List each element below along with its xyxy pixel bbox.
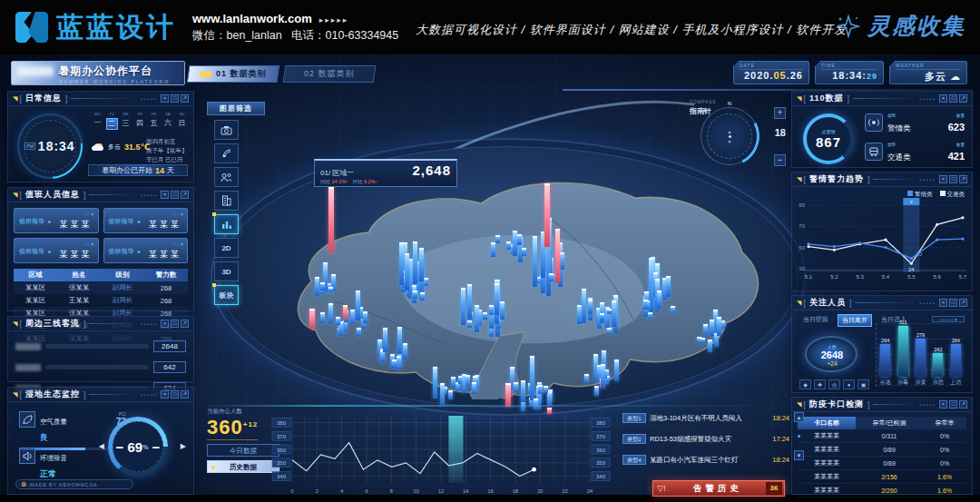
layer-button-users-icon[interactable] xyxy=(214,167,239,187)
window-control-icon[interactable]: □ xyxy=(171,94,179,103)
brand-logo[interactable]: 蓝蓝设计 xyxy=(15,9,176,46)
city-map[interactable] xyxy=(225,165,795,399)
window-control-icon[interactable]: ↗ xyxy=(181,191,189,199)
map-data-bar xyxy=(506,241,511,250)
history-data-button[interactable]: 历史数据 xyxy=(207,460,279,473)
eye-icon[interactable]: ▣ xyxy=(858,379,869,389)
duty-leader-card[interactable]: 值班领导 ▸⋯ × 某某某 xyxy=(14,208,99,233)
window-control-icon[interactable]: □ xyxy=(949,299,957,307)
window-control-icon[interactable]: □ xyxy=(949,94,957,103)
scroll-down-button[interactable]: ▼ xyxy=(794,450,804,460)
tool-icon[interactable]: ✚ xyxy=(814,379,826,389)
checkpoint-row[interactable]: 某某某某 0/89 0% xyxy=(798,457,966,470)
duty-leader-card[interactable]: 值班领导 ▸⋯ × 某某某 xyxy=(14,238,99,263)
layer-button-2D[interactable]: 2D xyxy=(214,238,239,258)
today-data-button[interactable]: 今日数据 xyxy=(207,444,279,457)
layer-button-板块[interactable]: 板块 xyxy=(214,285,239,305)
map-data-bar xyxy=(433,367,437,399)
window-control-icon[interactable]: □ xyxy=(949,400,957,408)
window-control-icon[interactable]: × xyxy=(161,94,169,103)
map-data-bar xyxy=(584,374,589,383)
bar-filter-dropdown[interactable]: ——— ▾ xyxy=(932,316,965,322)
layer-button-signal-icon[interactable] xyxy=(214,143,239,163)
window-control-icon[interactable]: × xyxy=(939,299,947,307)
window-controls[interactable]: ×□↗ xyxy=(161,320,189,328)
compass-widget: COMPASS 指南针 N ▲▼ + 18 − xyxy=(684,100,786,178)
window-control-icon[interactable]: ↗ xyxy=(181,390,189,399)
window-control-icon[interactable]: × xyxy=(161,390,169,399)
window-controls[interactable]: ×□↗ xyxy=(161,191,189,199)
tab-data-category-1[interactable]: 01 数据类别 xyxy=(187,65,280,83)
window-control-icon[interactable]: ↗ xyxy=(959,299,967,307)
inspiration-collect[interactable]: 灵感收集 xyxy=(837,11,965,41)
zoom-in-button[interactable]: + xyxy=(774,107,786,119)
car-icon[interactable]: ◆ xyxy=(799,379,811,389)
window-controls[interactable]: ×□↗ xyxy=(939,400,967,408)
alert-history-banner[interactable]: ▽! 告警历史 36 xyxy=(652,480,785,497)
compass-dial[interactable]: N ▲▼ xyxy=(701,107,759,165)
checkpoint-row[interactable]: 某某某某 2/260 1.6% xyxy=(798,484,966,497)
window-control-icon[interactable]: × xyxy=(939,94,947,103)
window-control-icon[interactable]: ↗ xyxy=(959,175,967,183)
alert-row[interactable]: 类型4 某路口有小汽车连闯三个红灯 18:24 xyxy=(622,452,789,468)
svg-text:5.2: 5.2 xyxy=(830,274,838,280)
duty-leader-card[interactable]: 值班领导 ▸⋯ × 某某某 xyxy=(103,238,189,263)
tooltip-region: 01/ 区域一 xyxy=(320,168,354,178)
platform-title-plate: 暑期办公协作平台 SUMMER WORKING PLATFORM xyxy=(11,61,185,85)
duty-leader-card[interactable]: 值班领导 ▸⋯ × 某某某 xyxy=(103,208,189,233)
website-link[interactable]: www.lanlanwork.com xyxy=(192,12,312,25)
window-control-icon[interactable]: □ xyxy=(171,191,179,199)
layer-button-barchart-icon[interactable] xyxy=(214,214,239,234)
tab-data-category-2[interactable]: 02 数据类别 xyxy=(283,65,377,83)
alert-row[interactable]: 类型1 湿地3-104片区有不明人员闯入 18:24 xyxy=(622,410,789,426)
target-icon[interactable]: ◎ xyxy=(828,379,840,389)
window-control-icon[interactable]: □ xyxy=(171,390,179,399)
checkpoint-row[interactable]: 某某某某 0/89 0% xyxy=(798,443,966,457)
focus-tab[interactable]: 当日驻留 xyxy=(799,314,832,327)
duty-table-row[interactable]: 某某区王某某副局长268 xyxy=(14,294,188,307)
focus-category-icons[interactable]: ◆ ✚ ◎ ● ▣ xyxy=(799,379,869,389)
map-data-bar xyxy=(612,300,616,327)
scroll-indicator xyxy=(798,435,800,438)
layer-button-3D[interactable]: 3D xyxy=(214,261,239,281)
alert-scroll-controls[interactable]: ▲ ▼ xyxy=(794,412,804,460)
window-controls[interactable]: ×□↗ xyxy=(161,94,189,103)
window-controls[interactable]: ×□↗ xyxy=(939,299,967,307)
layer-button-camera-icon[interactable] xyxy=(214,120,239,140)
focus-bar: 264 在逃 xyxy=(878,338,893,387)
window-controls[interactable]: ×□↗ xyxy=(161,390,189,399)
window-control-icon[interactable]: ↗ xyxy=(959,94,967,103)
gauge-left-arrow[interactable]: ◀ xyxy=(99,442,104,450)
alert-row[interactable]: 类型2 RD13-53烟感报警疑似火灾 17:24 xyxy=(622,431,789,447)
bottom-divider xyxy=(201,405,789,407)
window-control-icon[interactable]: × xyxy=(939,400,947,408)
focus-tab[interactable]: 当日离开 xyxy=(838,314,872,327)
window-control-icon[interactable]: × xyxy=(161,191,169,199)
weather-row: 多云 31.5℃ xyxy=(92,143,150,152)
window-control-icon[interactable]: ↗ xyxy=(959,400,967,408)
svg-text:30: 30 xyxy=(799,266,805,271)
window-control-icon[interactable]: ↗ xyxy=(181,94,189,103)
window-control-icon[interactable]: □ xyxy=(949,175,957,183)
gauge-right-arrow[interactable]: ▶ xyxy=(181,442,186,450)
map-data-bar xyxy=(514,382,518,392)
checkpoint-row[interactable]: 某某某某 2/156 1.6% xyxy=(798,470,966,484)
warning-icon: ▽! xyxy=(653,484,670,493)
checkpoint-row[interactable]: 某某某某 0/311 0% xyxy=(798,429,966,443)
zoom-out-button[interactable]: − xyxy=(774,154,786,166)
map-data-bar xyxy=(413,290,417,299)
layer-button-building-icon[interactable] xyxy=(214,191,239,211)
scroll-up-button[interactable]: ▲ xyxy=(794,412,804,422)
map-data-bar xyxy=(483,312,487,320)
window-control-icon[interactable]: ↗ xyxy=(181,320,189,328)
window-control-icon[interactable]: × xyxy=(939,175,947,183)
window-controls[interactable]: ×□↗ xyxy=(939,94,967,103)
map-data-bar xyxy=(424,278,428,286)
map-data-bar xyxy=(588,300,593,314)
person-icon[interactable]: ● xyxy=(843,379,855,389)
map-data-bar xyxy=(440,383,445,405)
window-controls[interactable]: ×□↗ xyxy=(939,175,967,183)
duty-table-row[interactable]: 某某区张某某副局长268 xyxy=(14,281,188,294)
window-control-icon[interactable]: □ xyxy=(171,320,179,328)
window-control-icon[interactable]: × xyxy=(161,320,169,328)
